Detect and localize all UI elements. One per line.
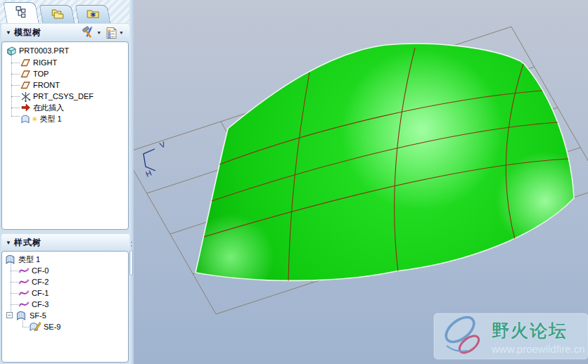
tree-row-top[interactable]: TOP — [20, 68, 49, 79]
style-surface-icon — [5, 254, 16, 265]
tree-item-label: CF-0 — [32, 266, 49, 275]
tree-row-csys[interactable]: PRT_CSYS_DEF — [20, 91, 94, 102]
collapse-triangle-icon[interactable]: ▼ — [6, 240, 11, 246]
navigator-panel: ✱ ▼ 模型树 ▼ — [0, 0, 129, 364]
style-star-icon: ✳ — [32, 115, 37, 123]
part-icon — [6, 46, 17, 56]
tree-row-sf5[interactable]: SF-5 — [15, 310, 46, 321]
folder-browser-icon — [50, 7, 64, 22]
graphics-area[interactable]: V H 野火论坛 www.proewildfire.cn — [134, 0, 588, 364]
tree-item-label: CF-3 — [32, 300, 49, 308]
style-tree-header: ▼ 样式树 — [1, 234, 129, 252]
tree-connector — [11, 63, 20, 63]
tree-item-label: CF-1 — [32, 289, 49, 297]
curve-icon — [18, 277, 30, 287]
svg-text:✱: ✱ — [90, 11, 96, 18]
datum-plane-icon — [20, 69, 31, 79]
tree-connector — [11, 52, 12, 116]
tree-connector — [11, 74, 20, 74]
datum-plane-icon — [20, 58, 31, 67]
splitter-dot — [131, 242, 132, 243]
model-tree-title: 模型树 — [14, 27, 41, 39]
tree-connector — [11, 282, 18, 282]
tools-hammer-icon — [82, 26, 95, 39]
tree-connector — [11, 108, 20, 108]
tab-folder-browser[interactable] — [39, 5, 75, 23]
minus-glyph: − — [8, 312, 11, 318]
tree-item-label: FRONT — [33, 81, 60, 89]
tree-item-label: RIGHT — [33, 58, 57, 67]
splitter-handle[interactable] — [129, 250, 133, 275]
tree-row-se9[interactable]: SE-9 — [29, 321, 60, 332]
tree-row-cf3[interactable]: CF-3 — [18, 299, 49, 310]
navigator-tabstrip: ✱ — [0, 0, 129, 23]
style-tree-panel: 类型 1 CF-0 CF-2 — [1, 251, 129, 363]
tree-item-label: SF-5 — [30, 311, 46, 320]
tab-favorites-folder[interactable]: ✱ — [75, 5, 111, 23]
curve-icon — [18, 288, 30, 298]
tree-connector — [11, 271, 18, 271]
tree-row-front[interactable]: FRONT — [20, 79, 60, 91]
tree-tools-button[interactable]: ▼ — [82, 26, 104, 39]
tree-row-style-feature[interactable]: ✳ 类型 1 — [20, 113, 62, 124]
tree-row-insert-here[interactable]: 在此插入 — [20, 102, 64, 113]
tree-connector — [11, 96, 20, 97]
surface-icon — [15, 310, 27, 321]
tree-item-label: SE-9 — [44, 323, 60, 331]
curve-icon — [18, 299, 30, 309]
tree-row-right[interactable]: RIGHT — [20, 57, 57, 68]
curve-icon — [18, 266, 30, 275]
surface-edit-icon — [29, 321, 41, 332]
tree-row-part[interactable]: PRT0003.PRT — [6, 45, 69, 56]
tree-row-cf1[interactable]: CF-1 — [18, 287, 49, 299]
collapse-triangle-icon[interactable]: ▼ — [6, 30, 11, 36]
watermark-title: 野火论坛 — [492, 320, 568, 340]
tree-item-label: 类型 1 — [39, 114, 61, 124]
model-tree-icon — [15, 6, 27, 21]
insert-here-arrow-icon — [20, 103, 31, 112]
expand-collapse-box[interactable]: − — [6, 312, 13, 318]
datum-plane-icon — [20, 80, 31, 90]
list-settings-icon — [106, 27, 117, 39]
watermark: 野火论坛 www.proewildfire.cn — [434, 313, 588, 359]
watermark-url: www.proewildfire.cn — [491, 343, 585, 355]
tab-model-tree[interactable] — [3, 2, 39, 23]
tree-item-label: 类型 1 — [18, 254, 40, 265]
proe-window: ✱ ▼ 模型树 ▼ — [0, 0, 588, 364]
model-tree-panel: PRT0003.PRT RIGHT TOP FRONT — [1, 41, 129, 230]
tree-connector — [23, 320, 23, 327]
tree-filters-button[interactable]: ▼ — [106, 27, 127, 39]
tree-connector — [11, 116, 20, 117]
tree-item-label: PRT0003.PRT — [19, 46, 69, 55]
tree-item-label: 在此插入 — [33, 103, 64, 113]
splitter-dot — [131, 245, 132, 247]
style-feature-icon — [20, 114, 31, 124]
tree-item-label: PRT_CSYS_DEF — [33, 92, 94, 100]
tree-connector — [11, 293, 18, 294]
tree-connector — [11, 85, 20, 86]
tree-connector — [11, 304, 18, 305]
csys-icon — [20, 91, 31, 102]
tree-row-cf0[interactable]: CF-0 — [18, 265, 49, 276]
favorites-folder-icon: ✱ — [86, 7, 100, 22]
tree-row-cf2[interactable]: CF-2 — [18, 276, 49, 287]
tree-connector — [23, 327, 29, 327]
tree-item-label: TOP — [33, 70, 49, 78]
filters-dropdown-arrow-icon: ▼ — [119, 30, 124, 35]
tree-item-label: CF-2 — [32, 278, 49, 286]
model-tree-header: ▼ 模型树 ▼ — [1, 24, 129, 41]
tools-dropdown-arrow-icon: ▼ — [96, 30, 101, 35]
tree-row-style-root[interactable]: 类型 1 — [5, 254, 40, 265]
style-tree-title: 样式树 — [14, 237, 41, 249]
